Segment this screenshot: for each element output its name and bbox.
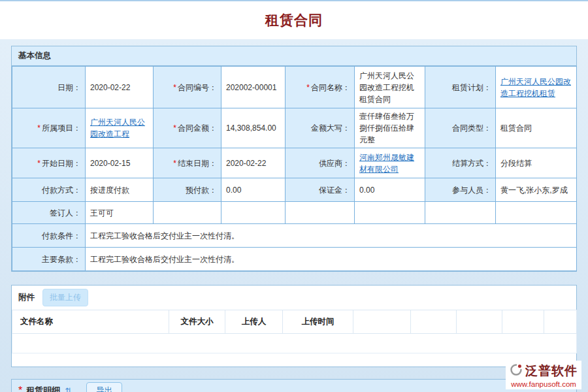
content-area: 基本信息 日期： 2020-02-22 *合同编号： 202002-00001 … bbox=[0, 39, 588, 392]
attachments-header: 附件 批量上传 bbox=[12, 286, 576, 310]
field-end-date-label: *结束日期： bbox=[154, 148, 221, 178]
required-asterisk: * bbox=[173, 159, 176, 168]
field-start-date-value: 2020-02-15 bbox=[86, 148, 154, 178]
attachments-section: 附件 批量上传 文件名称 文件大小 上传人 上传时间 bbox=[11, 285, 577, 367]
field-payment-method-label: 付款方式： bbox=[12, 178, 86, 202]
field-main-clauses-value: 工程完工验收合格后交付业主一次性付清。 bbox=[86, 248, 577, 271]
field-label-text: 供应商： bbox=[319, 159, 350, 168]
field-project-label: *所属项目： bbox=[12, 108, 86, 148]
empty-cell bbox=[154, 202, 221, 224]
field-deposit-value: 0.00 bbox=[355, 178, 425, 202]
field-contract-no-value: 202002-00001 bbox=[221, 67, 286, 108]
field-project-value: 广州天河人民公园改造工程 bbox=[86, 108, 154, 148]
attachment-col-file-name: 文件名称 bbox=[12, 310, 169, 334]
basic-info-row-4: 付款方式： 按进度付款 预付款： 0.00 保证金： 0.00 参与人员： 黄一… bbox=[12, 178, 577, 202]
field-label-text: 结束日期： bbox=[178, 159, 217, 168]
field-label-text: 付款条件： bbox=[42, 231, 81, 240]
field-lease-plan-label: 租赁计划： bbox=[425, 67, 496, 108]
project-link[interactable]: 广州天河人民公园改造工程 bbox=[90, 118, 145, 139]
title-band: 租赁合同 bbox=[0, 1, 588, 39]
empty-cell bbox=[355, 202, 425, 224]
basic-info-row-7: 主要条款： 工程完工验收合格后交付业主一次性付清。 bbox=[12, 248, 577, 271]
attachments-title: 附件 bbox=[18, 292, 35, 303]
field-label-text: 结算方式： bbox=[452, 159, 491, 168]
required-asterisk: * bbox=[306, 83, 310, 92]
field-payment-terms-label: 付款条件： bbox=[12, 224, 86, 248]
field-label-text: 主要条款： bbox=[42, 255, 81, 264]
field-label-text: 参与人员： bbox=[452, 186, 491, 195]
attachment-col-empty bbox=[457, 310, 502, 334]
field-date-label: 日期： bbox=[12, 67, 86, 108]
attachment-col-uploader: 上传人 bbox=[225, 310, 283, 334]
basic-info-row-1: 日期： 2020-02-22 *合同编号： 202002-00001 *合同名称… bbox=[12, 67, 577, 108]
field-label-text: 保证金： bbox=[319, 186, 350, 195]
field-label-text: 合同名称： bbox=[311, 83, 350, 92]
required-asterisk: * bbox=[37, 123, 41, 133]
field-payment-terms-value: 工程完工验收合格后交付业主一次性付清。 bbox=[86, 224, 577, 248]
attachment-empty-cell bbox=[12, 334, 577, 353]
empty-cell bbox=[221, 202, 286, 224]
fanpu-url: www.fanpusoft.com bbox=[510, 380, 578, 388]
lease-plan-link[interactable]: 广州天河人民公园改造工程挖机租赁 bbox=[500, 77, 571, 98]
attachments-table: 文件名称 文件大小 上传人 上传时间 bbox=[12, 310, 577, 353]
empty-cell bbox=[286, 202, 355, 224]
field-label-text: 付款方式： bbox=[42, 186, 81, 195]
basic-info-section: 基本信息 日期： 2020-02-22 *合同编号： 202002-00001 … bbox=[11, 46, 577, 272]
attachment-empty-row bbox=[12, 334, 577, 353]
page-title: 租赁合同 bbox=[265, 11, 323, 29]
attachment-col-file-size: 文件大小 bbox=[169, 310, 225, 334]
field-contract-name-value: 广州天河人民公园改造工程挖机租赁合同 bbox=[355, 67, 425, 108]
field-label-text: 预付款： bbox=[186, 186, 217, 195]
attachment-col-empty bbox=[353, 310, 411, 334]
field-label-text: 租赁计划： bbox=[452, 83, 491, 92]
basic-info-row-6: 付款条件： 工程完工验收合格后交付业主一次性付清。 bbox=[12, 224, 577, 248]
field-contract-type-value: 租赁合同 bbox=[496, 108, 577, 148]
sort-arrows-icon[interactable]: ⇅ bbox=[65, 387, 72, 392]
field-end-date-value: 2020-02-22 bbox=[221, 148, 286, 178]
fanpu-watermark: 泛普软件 www.fanpusoft.com bbox=[506, 361, 581, 389]
field-contract-no-label: *合同编号： bbox=[154, 67, 221, 108]
field-amount-in-words-label: 金额大写： bbox=[286, 108, 355, 148]
attachments-header-row: 文件名称 文件大小 上传人 上传时间 bbox=[12, 310, 577, 334]
attachment-col-upload-time: 上传时间 bbox=[283, 310, 353, 334]
field-participants-label: 参与人员： bbox=[425, 178, 496, 202]
field-signer-label: 签订人： bbox=[12, 202, 86, 224]
supplier-link[interactable]: 河南郑州晟敏建材有限公司 bbox=[359, 153, 414, 174]
required-asterisk: * bbox=[173, 123, 176, 133]
fanpu-brand-line: 泛普软件 bbox=[510, 363, 578, 380]
field-label-text: 合同金额： bbox=[178, 123, 217, 133]
field-amount-label: *合同金额： bbox=[154, 108, 221, 148]
field-signer-value: 王可可 bbox=[86, 202, 154, 224]
attachment-col-empty bbox=[502, 310, 544, 334]
basic-info-row-2: *所属项目： 广州天河人民公园改造工程 *合同金额： 14,308,854.00… bbox=[12, 108, 577, 148]
field-lease-plan-value: 广州天河人民公园改造工程挖机租赁 bbox=[496, 67, 577, 108]
empty-cell bbox=[496, 202, 577, 224]
export-button[interactable]: 导出 bbox=[86, 382, 122, 392]
basic-info-row-3: *开始日期： 2020-02-15 *结束日期： 2020-02-22 供应商：… bbox=[12, 148, 577, 178]
field-contract-type-label: 合同类型： bbox=[425, 108, 496, 148]
field-amount-in-words-value: 壹仟肆佰叁拾万捌仟捌佰伍拾肆元整 bbox=[355, 108, 425, 148]
basic-info-row-5: 签订人： 王可可 bbox=[12, 202, 577, 224]
fanpu-logo-icon bbox=[510, 363, 523, 379]
field-advance-payment-value: 0.00 bbox=[221, 178, 286, 202]
field-amount-value: 14,308,854.00 bbox=[221, 108, 286, 148]
field-participants-value: 黄一飞,张小东,罗成 bbox=[496, 178, 577, 202]
batch-upload-button[interactable]: 批量上传 bbox=[42, 289, 88, 306]
attachment-col-empty bbox=[544, 310, 577, 334]
field-label-text: 合同编号： bbox=[178, 83, 217, 92]
field-label-text: 开始日期： bbox=[42, 159, 81, 168]
basic-info-table: 日期： 2020-02-22 *合同编号： 202002-00001 *合同名称… bbox=[12, 66, 577, 271]
field-supplier-label: 供应商： bbox=[286, 148, 355, 178]
attachment-col-empty bbox=[411, 310, 457, 334]
field-label-text: 金额大写： bbox=[311, 123, 350, 133]
required-asterisk: * bbox=[173, 83, 176, 92]
field-advance-payment-label: 预付款： bbox=[154, 178, 221, 202]
field-supplier-value: 河南郑州晟敏建材有限公司 bbox=[355, 148, 425, 178]
empty-cell bbox=[425, 202, 496, 224]
field-label-text: 日期： bbox=[57, 83, 81, 92]
field-start-date-label: *开始日期： bbox=[12, 148, 86, 178]
required-asterisk: * bbox=[18, 385, 22, 392]
field-main-clauses-label: 主要条款： bbox=[12, 248, 86, 271]
field-label-text: 合同类型： bbox=[452, 123, 491, 133]
field-label-text: 签订人： bbox=[50, 208, 81, 218]
